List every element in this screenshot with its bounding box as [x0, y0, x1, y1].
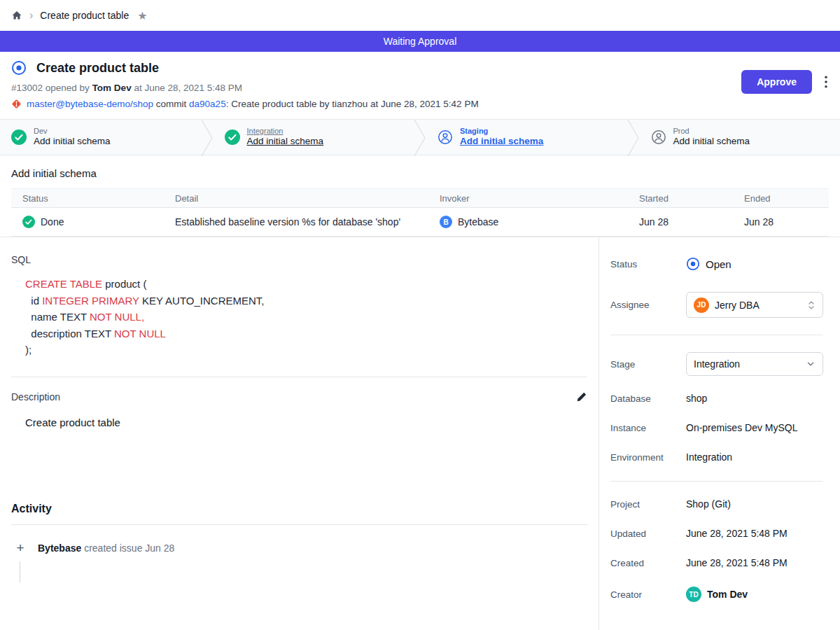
git-icon: [11, 99, 22, 109]
task-detail: Established baseline version %s for data…: [164, 216, 428, 227]
instance-value: On-premises Dev MySQL: [686, 422, 797, 433]
updated-label: Updated: [610, 528, 686, 539]
timeline-line: [20, 561, 20, 582]
creator-label: Creator: [610, 589, 686, 600]
stage-env-label: Dev: [34, 127, 111, 136]
column-header-detail: Detail: [164, 193, 428, 204]
task-table-header: Status Detail Invoker Started Ended: [11, 188, 829, 208]
kebab-menu-icon[interactable]: [823, 74, 829, 90]
issue-meta-prefix: #13002 opened by: [11, 83, 90, 93]
pipeline-stage-staging[interactable]: Staging Add initial schema: [426, 120, 627, 155]
stage-label: Stage: [610, 359, 686, 370]
check-circle-icon: [225, 130, 240, 145]
created-value: June 28, 2021 5:48 PM: [686, 557, 788, 568]
task-heading: Add initial schema: [11, 167, 829, 179]
project-value: Shop (Git): [686, 498, 731, 510]
main-panel: SQL CREATE TABLE product ( id INTEGER PR…: [0, 237, 599, 630]
creator-value: Tom Dev: [707, 589, 748, 600]
edit-pencil-icon[interactable]: [576, 391, 587, 402]
task-table-row: Done Established baseline version %s for…: [11, 208, 829, 236]
stage-task-link[interactable]: Add initial schema: [460, 136, 543, 148]
sql-code: CREATE TABLE product ( id INTEGER PRIMAR…: [11, 276, 587, 358]
approval-banner: Waiting Approval: [0, 31, 840, 52]
check-circle-icon: [11, 130, 27, 145]
commit-hash-link[interactable]: da90a25: [189, 99, 226, 109]
stage-task-label: Add initial schema: [34, 136, 111, 148]
database-value: shop: [686, 393, 707, 404]
status-label: Status: [610, 259, 686, 270]
commit-repo-link[interactable]: master@bytebase-demo/shop: [27, 99, 153, 109]
issue-header: Create product table #13002 opened by To…: [0, 52, 840, 119]
favorite-star-icon[interactable]: ★: [137, 9, 147, 22]
person-circle-icon: [651, 130, 666, 145]
breadcrumb: › Create product table ★: [0, 0, 840, 31]
pipeline-stepper: Dev Add initial schema Integration Add i…: [0, 119, 840, 155]
issue-open-icon: [11, 60, 27, 76]
stage-task-label: Add initial schema: [673, 136, 750, 148]
updated-value: June 28, 2021 5:48 PM: [686, 528, 788, 539]
issue-title: Create product table: [36, 61, 159, 76]
issue-author: Tom Dev: [92, 83, 132, 93]
pipeline-stage-dev[interactable]: Dev Add initial schema: [0, 120, 201, 155]
database-label: Database: [610, 393, 686, 404]
breadcrumb-title[interactable]: Create product table: [40, 10, 129, 21]
status-value: Open: [706, 258, 732, 270]
assignee-avatar: JD: [694, 298, 709, 313]
column-header-status: Status: [11, 193, 164, 204]
check-circle-icon: [22, 216, 35, 228]
stage-task-link[interactable]: Add initial schema: [247, 136, 324, 148]
plus-icon[interactable]: +: [11, 539, 29, 557]
divider: [610, 481, 823, 482]
column-header-ended: Ended: [733, 193, 829, 204]
activity-action: created issue: [84, 542, 142, 554]
stage-env-label[interactable]: Integration: [247, 127, 324, 136]
activity-time: Jun 28: [145, 542, 174, 554]
stage-value: Integration: [694, 358, 740, 370]
banner-label: Waiting Approval: [384, 36, 457, 47]
chevron-down-icon: [806, 359, 816, 369]
issue-sidebar: Status Open Assignee JD Jerry DBA: [599, 237, 840, 630]
content: SQL CREATE TABLE product ( id INTEGER PR…: [0, 237, 840, 630]
description-label: Description: [11, 391, 60, 402]
creator-avatar: TD: [686, 587, 701, 602]
created-label: Created: [610, 558, 686, 568]
status-open-icon: [686, 257, 700, 271]
assignee-value: Jerry DBA: [715, 300, 760, 311]
environment-label: Environment: [610, 452, 686, 463]
task-started: Jun 28: [628, 216, 733, 227]
task-table: Status Detail Invoker Started Ended Done…: [11, 188, 829, 237]
issue-meta: #13002 opened by Tom Dev at June 28, 202…: [11, 83, 829, 93]
stage-separator-icon: [201, 120, 214, 156]
description-text[interactable]: Create product table: [25, 416, 587, 428]
commit-message: : Create product table by tianzhou at Ju…: [226, 99, 479, 109]
task-ended: Jun 28: [733, 216, 829, 227]
environment-value: Integration: [686, 451, 732, 463]
task-section: Add initial schema Status Detail Invoker…: [0, 155, 840, 237]
assignee-dropdown[interactable]: JD Jerry DBA: [686, 292, 823, 318]
commit-word: commit: [156, 99, 187, 109]
pipeline-stage-prod[interactable]: Prod Add initial schema: [640, 120, 840, 155]
stage-select[interactable]: Integration: [686, 352, 823, 376]
app: › Create product table ★ Waiting Approva…: [0, 0, 840, 630]
activity-heading: Activity: [11, 503, 587, 515]
activity-author: Bytebase: [38, 542, 81, 554]
project-label: Project: [610, 499, 686, 510]
task-status: Done: [41, 216, 64, 227]
assignee-label: Assignee: [610, 300, 686, 310]
instance-label: Instance: [610, 423, 686, 433]
divider: [610, 335, 823, 335]
issue-meta-date: at June 28, 2021 5:48 PM: [134, 83, 242, 93]
column-header-started: Started: [628, 193, 733, 204]
unfold-chevrons-icon: [807, 300, 816, 311]
stage-separator-icon: [414, 120, 426, 156]
pipeline-stage-integration[interactable]: Integration Add initial schema: [214, 120, 414, 155]
person-circle-icon: [438, 130, 453, 145]
approve-button[interactable]: Approve: [741, 70, 812, 94]
activity-item: + Bytebase created issue Jun 28: [11, 539, 587, 557]
stage-separator-icon: [627, 120, 640, 156]
commit-row: master@bytebase-demo/shop commit da90a25…: [11, 99, 829, 109]
sql-label: SQL: [11, 254, 587, 265]
divider: [11, 524, 587, 525]
task-invoker: Bytebase: [458, 216, 498, 227]
home-icon[interactable]: [11, 10, 22, 21]
